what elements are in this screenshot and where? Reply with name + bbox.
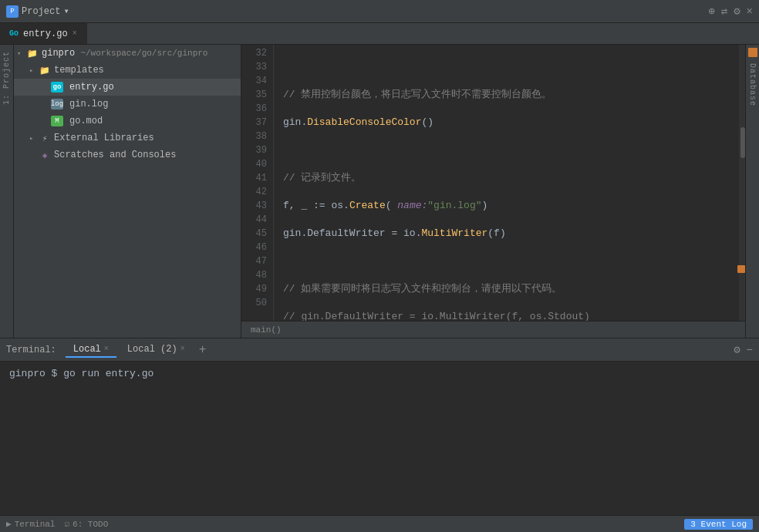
footer-function: main() (251, 325, 282, 335)
event-log-indicator: 3 (690, 520, 696, 529)
code-line-33: // 禁用控制台颜色，将日志写入文件时不需要控制台颜色。 (283, 88, 730, 102)
code-line-38: gin.DefaultWriter = io.MultiWriter(f) (283, 227, 730, 241)
code-line-39 (283, 254, 730, 268)
tree-label-mod: go.mod (69, 116, 103, 126)
tree-label-ginpro: ginpro ~/workspace/go/src/ginpro (42, 48, 207, 59)
status-todo[interactable]: ☑ 6: TODO (64, 519, 108, 529)
tree-item-gin-log[interactable]: log gin.log (14, 96, 241, 113)
title-bar: P Project ▾ ⊕ ⇄ ⚙ × (0, 0, 759, 23)
tab-bar: Go entry.go × (0, 23, 759, 45)
terminal-tab-local2-close[interactable]: × (180, 345, 185, 353)
scroll-marker (737, 265, 745, 273)
title-bar-controls: ⊕ ⇄ ⚙ × (708, 5, 753, 18)
terminal-controls: ⚙ − (734, 343, 753, 356)
tree-item-templates[interactable]: ▸ 📁 templates (14, 62, 241, 79)
terminal-tab-bar: Terminal: Local × Local (2) × + ⚙ − (0, 338, 759, 362)
status-bar: ▶ Terminal ☑ 6: TODO 3 Event Log (0, 515, 759, 532)
project-dropdown[interactable]: ▾ (63, 5, 69, 17)
templates-folder-icon: 📁 (39, 65, 51, 76)
tree-label-entry: entry.go (69, 82, 114, 93)
event-log-button[interactable]: 3 Event Log (684, 519, 753, 530)
terminal-minimize-icon[interactable]: − (747, 344, 753, 356)
go-file-icon: go (51, 82, 63, 93)
todo-label: 6: TODO (73, 520, 108, 529)
tab-go-icon: Go (9, 29, 19, 38)
terminal-settings-icon[interactable]: ⚙ (734, 343, 740, 356)
terminal-status-icon: ▶ (6, 519, 12, 529)
terminal-content[interactable]: ginpro $ go run entry.go (0, 362, 759, 515)
status-bar-left: ▶ Terminal ☑ 6: TODO (6, 519, 108, 529)
project-title: P Project ▾ (6, 5, 69, 18)
scratches-icon: ◈ (39, 150, 51, 160)
tab-entry-go[interactable]: Go entry.go × (0, 23, 87, 44)
project-tree: ▾ 📁 ginpro ~/workspace/go/src/ginpro ▸ 📁… (14, 45, 241, 338)
main-area: 1: Project ▾ 📁 ginpro ~/workspace/go/src… (0, 45, 759, 338)
add-terminal-button[interactable]: + (199, 343, 207, 357)
nav-icon[interactable]: ⊕ (708, 5, 714, 18)
log-file-icon: log (51, 99, 63, 109)
mod-file-icon: M (51, 116, 63, 126)
line-numbers: 32 33 34 35 36 37 38 39 40 41 42 43 44 4… (241, 45, 274, 321)
tree-item-ginpro[interactable]: ▾ 📁 ginpro ~/workspace/go/src/ginpro (14, 45, 241, 62)
code-line-35 (283, 143, 730, 157)
scroll-thumb (740, 127, 745, 158)
terminal-tab-local2-label: Local (2) (127, 344, 177, 355)
status-terminal[interactable]: ▶ Terminal (6, 519, 55, 529)
tree-arrow-templates: ▸ (29, 66, 37, 75)
code-line-32 (283, 60, 730, 74)
terminal-tab-local[interactable]: Local × (66, 342, 116, 358)
tab-close-icon[interactable]: × (73, 29, 77, 38)
project-label[interactable]: Project (22, 6, 60, 17)
tree-arrow-ginpro: ▾ (17, 49, 25, 58)
terminal-label: Terminal: (6, 345, 56, 355)
code-line-41: // gin.DefaultWriter = io.MultiWriter(f,… (283, 310, 730, 321)
terminal-status-label: Terminal (15, 520, 56, 529)
editor-footer: main() (241, 321, 745, 338)
tree-item-external[interactable]: ▸ ⚡ External Libraries (14, 130, 241, 146)
event-log-label: Event Log (701, 520, 747, 529)
tab-label: entry.go (23, 29, 68, 39)
terminal-prompt-line: ginpro $ go run entry.go (9, 368, 750, 379)
tree-label-log: gin.log (69, 99, 108, 109)
project-panel-label[interactable]: 1: Project (2, 51, 11, 105)
code-line-40: // 如果需要同时将日志写入文件和控制台，请使用以下代码。 (283, 282, 730, 296)
code-line-37: f, _ := os.Create( name: "gin.log") (283, 199, 730, 213)
gear-icon[interactable]: ⚙ (734, 5, 740, 18)
tree-label-templates: templates (54, 65, 104, 76)
scroll-indicator[interactable] (739, 45, 745, 321)
code-line-36: // 记录到文件。 (283, 171, 730, 185)
tree-item-scratches[interactable]: ◈ Scratches and Consoles (14, 146, 241, 163)
terminal-tab-local2[interactable]: Local (2) × (120, 342, 193, 358)
tree-label-external: External Libraries (54, 133, 154, 143)
code-container[interactable]: 32 33 34 35 36 37 38 39 40 41 42 43 44 4… (241, 45, 745, 321)
database-label[interactable]: Database (748, 63, 757, 106)
tree-item-entry-go[interactable]: go entry.go (14, 79, 241, 96)
terminal-tab-local-close[interactable]: × (104, 345, 109, 353)
todo-icon: ☑ (64, 519, 69, 529)
terminal-tab-local-label: Local (73, 344, 101, 355)
split-icon[interactable]: ⇄ (721, 5, 727, 18)
folder-open-icon: 📁 (26, 48, 39, 59)
code-editor[interactable]: // 禁用控制台颜色，将日志写入文件时不需要控制台颜色。 gin.Disable… (274, 45, 739, 321)
terminal-command: ginpro $ go run entry.go (9, 368, 153, 379)
right-sidebar: Database (745, 45, 759, 338)
status-bar-right: 3 Event Log (684, 519, 753, 530)
left-panel: 1: Project (0, 45, 14, 338)
db-indicator (748, 48, 757, 57)
bottom-panel: Terminal: Local × Local (2) × + ⚙ − ginp… (0, 338, 759, 515)
tree-label-scratches: Scratches and Consoles (54, 150, 176, 160)
tree-arrow-ext: ▸ (29, 134, 37, 143)
tree-item-go-mod[interactable]: M go.mod (14, 113, 241, 130)
editor-area: 32 33 34 35 36 37 38 39 40 41 42 43 44 4… (241, 45, 745, 338)
project-icon: P (6, 5, 19, 18)
external-lib-icon: ⚡ (39, 133, 51, 143)
close-icon[interactable]: × (747, 5, 753, 18)
code-line-34: gin.DisableConsoleColor() (283, 116, 730, 130)
